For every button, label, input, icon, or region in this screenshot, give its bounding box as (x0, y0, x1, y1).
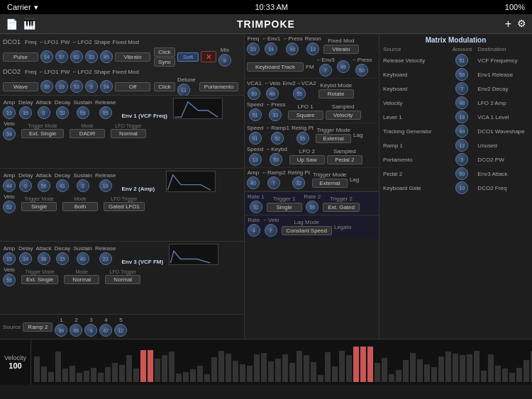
dco1-lfo2-knob[interactable]: 33 (85, 50, 98, 63)
sampled-ramp-btn[interactable]: Pedal 2 (327, 155, 362, 164)
env1-mode-btn[interactable]: DADR (70, 129, 105, 138)
fm-press2-knob[interactable]: 49 (337, 60, 350, 73)
env3-decay-knob[interactable]: 15 (56, 252, 69, 265)
env3-velo-knob[interactable]: 56 (3, 274, 16, 286)
env2-sustain-knob[interactable]: 3 (77, 179, 89, 192)
env3-lfo-trigger-btn[interactable]: Normal (105, 275, 140, 284)
env1-trigger-mode-btn[interactable]: Ext. Single (21, 129, 64, 138)
env2-decay-knob[interactable]: 41 (56, 179, 69, 192)
env1-amp-knob[interactable]: 13 (3, 106, 16, 119)
matrix-knob-2[interactable]: 7 (455, 82, 468, 95)
matrix-knob-7[interactable]: 3 (455, 153, 468, 166)
matrix-amount-5[interactable]: 44 (450, 125, 475, 137)
dco2-lfo2-knob[interactable]: 9 (85, 80, 98, 93)
matrix-row-6[interactable]: Ramp 1 12 Unused (382, 139, 530, 152)
dco2-detune-knob[interactable]: 11 (177, 84, 190, 96)
env1-velo-knob[interactable]: 34 (3, 128, 16, 140)
retrig-lfo-knob[interactable]: 32 (292, 176, 305, 189)
rate-velo-knob[interactable]: 4 (248, 224, 260, 237)
env3-sustain-knob[interactable]: 40 (77, 252, 89, 265)
dco1-sync-val[interactable]: Soft (177, 52, 199, 62)
trigger-mode-ramp-btn[interactable]: External (316, 134, 351, 143)
env3-release-knob[interactable]: 23 (99, 252, 112, 265)
matrix-amount-3[interactable]: 48 (450, 96, 475, 109)
matrix-row-7[interactable]: Portamento 3 DCO2 PW (382, 153, 530, 166)
rate1-knob[interactable]: 31 (250, 201, 262, 213)
matrix-amount-2[interactable]: 7 (450, 82, 475, 95)
matrix-row-1[interactable]: Keyboard 58 Env1 Release (382, 68, 530, 81)
dco1-click-btn[interactable]: Click (154, 47, 175, 57)
matrix-knob-9[interactable]: 10 (455, 181, 468, 194)
dco1-mod-btn[interactable]: Vibrato (115, 52, 150, 62)
vcf-press-knob[interactable]: 40 (286, 43, 299, 55)
settings-icon[interactable]: ⚙ (517, 18, 526, 30)
env3-delay-knob[interactable]: 24 (19, 252, 32, 265)
matrix-row-2[interactable]: Keyboard 7 Env2 Decay (382, 82, 530, 95)
env3-mode-btn[interactable]: Normal (64, 275, 99, 284)
matrix-row-4[interactable]: Lever 1 18 VCA 1 Level (382, 111, 530, 123)
env1-sustain-knob[interactable]: 59 (77, 106, 89, 119)
trigger2-btn[interactable]: Ext. Gated (323, 203, 360, 212)
keybd-mode-btn[interactable]: Rotate (318, 89, 354, 99)
matrix-knob-5[interactable]: 44 (455, 125, 468, 137)
trigger-mode-lfo-btn[interactable]: External (312, 179, 348, 188)
dco2-shape-knob[interactable]: 24 (100, 80, 113, 93)
lfo1-wave-btn[interactable]: Square (288, 111, 323, 120)
dco2-freq-knob[interactable]: 38 (40, 80, 53, 93)
fm-env3-knob[interactable]: 7 (319, 64, 332, 77)
env1-release-knob[interactable]: 55 (99, 106, 112, 119)
env2-velo-knob[interactable]: 52 (3, 201, 16, 213)
env1-decay-knob[interactable]: 32 (56, 106, 69, 119)
env2vca2-knob[interactable]: 55 (293, 87, 306, 100)
vcf-freq-knob[interactable]: 23 (247, 43, 260, 55)
lag-mode-btn[interactable]: Constant Speed (282, 226, 332, 235)
env2-lfo-trigger-btn[interactable]: Gated LFO1 (104, 202, 145, 211)
matrix-amount-4[interactable]: 18 (450, 111, 475, 123)
matrix-row-0[interactable]: Release Velocity 51 VCF Frequency (382, 54, 530, 67)
matrix-row-9[interactable]: Keyboard Gate 10 DCO2 Freq (382, 181, 530, 194)
matrix-amount-9[interactable]: 10 (450, 181, 475, 194)
keybd-ramp-knob[interactable]: 50 (270, 153, 282, 166)
dco2-mod-btn[interactable]: Off (115, 82, 150, 91)
env2-delay-knob[interactable]: 0 (19, 179, 32, 192)
matrix-amount-1[interactable]: 58 (450, 68, 475, 81)
env3-attack-knob[interactable]: 38 (38, 252, 50, 265)
dco1-freq-knob[interactable]: 14 (40, 50, 53, 63)
matrix-amount-8[interactable]: 50 (450, 167, 475, 180)
env1-delay-knob[interactable]: 16 (19, 106, 32, 119)
vcf-reson-knob[interactable]: 13 (306, 43, 319, 55)
env2-amp-knob[interactable]: 44 (3, 179, 16, 192)
lfo-5-knob[interactable]: 12 (114, 324, 127, 337)
vcf-env1-knob[interactable]: 14 (265, 43, 277, 55)
add-button[interactable]: + (505, 18, 511, 30)
trigger1-btn[interactable]: Single (267, 203, 302, 212)
matrix-amount-0[interactable]: 51 (450, 54, 475, 67)
lfo-3-knob[interactable]: 4 (84, 324, 97, 337)
retrig-pt-knob[interactable]: 35 (297, 132, 309, 145)
keyboard-icon[interactable]: 🎹 (23, 18, 35, 30)
env2-mode-btn[interactable]: Both (62, 202, 98, 211)
vca1-knob[interactable]: 60 (248, 87, 260, 100)
rate2-knob[interactable]: 56 (306, 201, 318, 213)
env1-lfo-trigger-btn[interactable]: Normal (111, 129, 146, 138)
matrix-knob-1[interactable]: 58 (455, 68, 468, 81)
env3-trigger-mode-btn[interactable]: Ext. Single (21, 275, 58, 284)
matrix-row-5[interactable]: Tracking Generator 44 DCO1 Waveshape (382, 125, 530, 137)
amp-lfo-knob[interactable]: 40 (247, 176, 260, 189)
dco1-porta-x[interactable]: ✕ (201, 51, 216, 62)
lfo-2-knob[interactable]: 46 (70, 324, 82, 337)
dco1-shape-knob[interactable]: 45 (100, 50, 113, 63)
dco2-click-btn[interactable]: Click (154, 82, 175, 91)
env2-release-knob[interactable]: 16 (99, 179, 112, 192)
mix-knob[interactable]: 8 (218, 54, 231, 67)
matrix-amount-7[interactable]: 3 (450, 153, 475, 166)
speed-vca-knob[interactable]: 51 (249, 108, 262, 121)
speed-ramp-knob[interactable]: 61 (249, 132, 262, 145)
env2-trigger-mode-btn[interactable]: Single (21, 202, 57, 211)
matrix-knob-6[interactable]: 12 (455, 139, 468, 152)
lfo-1-knob[interactable]: 34 (55, 324, 67, 337)
dco1-lfo1-knob[interactable]: 37 (55, 50, 68, 63)
keybd-track-btn[interactable]: Keyboard Track (247, 62, 304, 72)
lag-mode-knob[interactable]: 7 (265, 224, 277, 237)
matrix-row-8[interactable]: Pedal 2 50 Env3 Attack (382, 167, 530, 180)
